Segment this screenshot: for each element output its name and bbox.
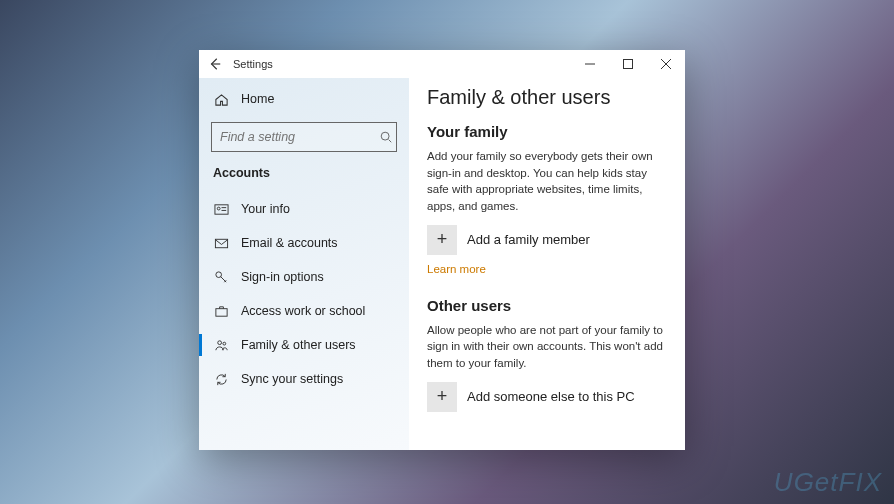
arrow-left-icon [207, 56, 223, 72]
svg-rect-2 [214, 204, 227, 213]
content-pane: Family & other users Your family Add you… [409, 78, 685, 450]
svg-point-7 [217, 340, 221, 344]
sidebar: Home Accounts Your info Email & accounts… [199, 78, 409, 450]
svg-rect-4 [215, 239, 227, 247]
nav-email-accounts[interactable]: Email & accounts [199, 226, 409, 260]
nav-label: Email & accounts [241, 236, 338, 250]
add-other-user-button[interactable]: + Add someone else to this PC [427, 382, 667, 412]
window-title: Settings [233, 58, 273, 70]
home-label: Home [241, 92, 274, 106]
search-icon [378, 129, 394, 145]
nav-family-other-users[interactable]: Family & other users [199, 328, 409, 362]
home-nav[interactable]: Home [199, 82, 409, 116]
mail-icon [213, 235, 229, 251]
briefcase-icon [213, 303, 229, 319]
nav-signin-options[interactable]: Sign-in options [199, 260, 409, 294]
people-icon [213, 337, 229, 353]
home-icon [213, 91, 229, 107]
minimize-button[interactable] [571, 50, 609, 78]
key-icon [213, 269, 229, 285]
sync-icon [213, 371, 229, 387]
nav-your-info[interactable]: Your info [199, 192, 409, 226]
nav-label: Access work or school [241, 304, 365, 318]
add-family-label: Add a family member [467, 232, 590, 247]
svg-rect-0 [624, 60, 633, 69]
family-description: Add your family so everybody gets their … [427, 148, 667, 215]
svg-point-1 [381, 132, 389, 140]
id-card-icon [213, 201, 229, 217]
close-button[interactable] [647, 50, 685, 78]
svg-point-3 [217, 207, 220, 210]
titlebar: Settings [199, 50, 685, 78]
maximize-icon [620, 56, 636, 72]
watermark: UGetFIX [774, 467, 882, 498]
close-icon [658, 56, 674, 72]
learn-more-link[interactable]: Learn more [427, 263, 486, 275]
add-family-member-button[interactable]: + Add a family member [427, 225, 667, 255]
nav-sync-settings[interactable]: Sync your settings [199, 362, 409, 396]
search-box[interactable] [211, 122, 397, 152]
minimize-icon [582, 56, 598, 72]
window-body: Home Accounts Your info Email & accounts… [199, 78, 685, 450]
nav-label: Your info [241, 202, 290, 216]
other-users-description: Allow people who are not part of your fa… [427, 322, 667, 372]
nav-label: Sign-in options [241, 270, 324, 284]
maximize-button[interactable] [609, 50, 647, 78]
page-heading: Family & other users [427, 86, 667, 109]
other-users-heading: Other users [427, 297, 667, 314]
add-other-label: Add someone else to this PC [467, 389, 635, 404]
back-button[interactable] [199, 50, 231, 78]
plus-icon: + [427, 225, 457, 255]
nav-label: Sync your settings [241, 372, 343, 386]
window-controls [571, 50, 685, 78]
section-heading: Accounts [199, 162, 409, 192]
plus-icon: + [427, 382, 457, 412]
nav-work-school[interactable]: Access work or school [199, 294, 409, 328]
search-input[interactable] [220, 130, 378, 144]
family-heading: Your family [427, 123, 667, 140]
nav-label: Family & other users [241, 338, 356, 352]
settings-window: Settings Home [199, 50, 685, 450]
svg-point-8 [222, 342, 225, 345]
svg-rect-6 [215, 308, 226, 316]
